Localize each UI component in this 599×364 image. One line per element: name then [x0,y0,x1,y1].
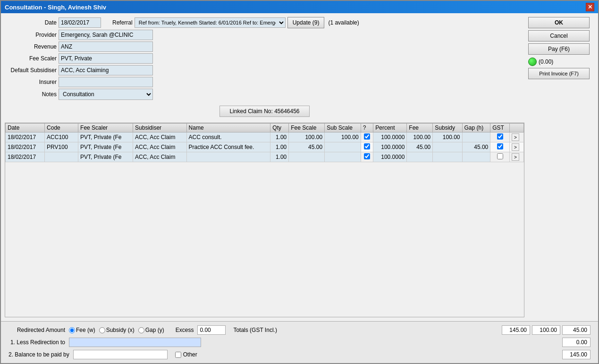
row1-arrow-button[interactable]: > [512,133,519,141]
row2-subsidy[interactable] [433,142,462,152]
gap-radio-label[interactable]: Gap (y) [138,327,164,333]
row1-code[interactable]: ACC100 [45,132,78,142]
notes-select[interactable]: Consultation [59,89,153,100]
row2-gst-input[interactable] [497,143,503,149]
update-button[interactable]: Update (9) [287,17,325,28]
gap-radio-text: Gap (y) [145,327,164,333]
row1-subsidiser[interactable]: ACC, Acc Claim [133,132,187,142]
other-checkbox-row: Other [175,351,197,358]
subsidy-radio[interactable] [99,327,105,333]
balance-input[interactable] [73,350,168,359]
col-date: Date [6,124,45,132]
row2-action[interactable]: > [509,142,523,152]
row3-fee-scale[interactable] [289,152,325,162]
row3-code-input[interactable] [47,154,70,161]
row1-name[interactable]: ACC consult. [186,132,270,142]
subsidy-radio-label[interactable]: Subsidy (x) [99,327,135,333]
row1-qty[interactable]: 1.00 [270,132,289,142]
row3-subsidiser[interactable]: ACC, Acc Claim [133,152,187,162]
footer-row-2: 1. Less Redirection to 0.00 [8,338,591,347]
row3-percent[interactable]: 100.0000 [373,152,407,162]
row2-fee[interactable]: 45.00 [407,142,433,152]
row1-subsidy[interactable]: 100.00 [433,132,462,142]
cancel-button[interactable]: Cancel [528,30,590,41]
pay-button[interactable]: Pay (F6) [528,43,590,55]
row2-percent[interactable]: 100.0000 [373,142,407,152]
col-subsidy: Subsidy [433,124,462,132]
row3-gap-h[interactable] [462,152,490,162]
row1-fee-scale[interactable]: 100.00 [289,132,325,142]
row2-fee-scaler[interactable]: PVT, Private (Fe [78,142,133,152]
row1-date[interactable]: 18/02/2017 [6,132,45,142]
row1-fee-scaler[interactable]: PVT, Private (Fe [78,132,133,142]
table-header-row: Date Code Fee Scaler Subsidiser Name Qty… [6,124,524,132]
row2-sub-scale[interactable] [325,142,361,152]
col-fee-scale: Fee Scale [289,124,325,132]
row1-gap-h[interactable] [462,132,490,142]
fee-scaler-input[interactable] [59,53,153,64]
row3-fee[interactable] [407,152,433,162]
less-redirection-input[interactable] [69,338,201,347]
row1-fee[interactable]: 100.00 [407,132,433,142]
row2-code[interactable]: PRV100 [45,142,78,152]
revenue-label: Revenue [5,43,57,50]
available-text: (1 available) [328,19,359,26]
redirected-amount-label: Redirected Amount [8,327,65,333]
close-button[interactable]: ✕ [586,3,594,11]
row2-fee-scale[interactable]: 45.00 [289,142,325,152]
fee-radio-text: Fee (w) [76,327,95,333]
row1-action[interactable]: > [509,132,523,142]
row3-name[interactable] [186,152,270,162]
row3-check[interactable] [361,152,373,162]
row2-qty[interactable]: 1.00 [270,142,289,152]
row2-name[interactable]: Practice ACC Consult fee. [186,142,270,152]
row2-arrow-button[interactable]: > [512,143,519,151]
row3-qty[interactable]: 1.00 [270,152,289,162]
insurer-input[interactable] [59,77,153,87]
linked-claim-button[interactable]: Linked Claim No: 45646456 [219,106,309,117]
col-check: ? [361,124,373,132]
col-code: Code [45,124,78,132]
row3-arrow-button[interactable]: > [512,153,519,161]
revenue-input[interactable] [59,41,153,52]
col-fee: Fee [407,124,433,132]
row3-subsidy[interactable] [433,152,462,162]
row1-gst[interactable] [490,132,510,142]
row3-action[interactable]: > [509,152,523,162]
fee-radio-label[interactable]: Fee (w) [69,327,95,333]
row3-sub-scale[interactable] [325,152,361,162]
row1-percent[interactable]: 100.0000 [373,132,407,142]
row2-check[interactable] [361,142,373,152]
gap-radio[interactable] [138,327,144,333]
date-input[interactable] [59,17,101,28]
row1-check-input[interactable] [364,133,370,140]
row1-sub-scale[interactable]: 100.00 [325,132,361,142]
row3-gst[interactable] [490,152,510,162]
referral-select[interactable]: Ref from: Truely, Kenneth Started: 6/01/… [135,17,286,28]
other-checkbox[interactable] [175,352,181,358]
row3-check-input[interactable] [364,153,370,159]
excess-input[interactable] [197,325,226,335]
insurer-label: Insurer [5,79,57,85]
table-row: 18/02/2017 ACC100 PVT, Private (Fe ACC, … [6,132,524,142]
subsidy-radio-text: Subsidy (x) [106,327,135,333]
row2-gst[interactable] [490,142,510,152]
right-panel: OK Cancel Pay (F6) (0.00) Print Invoice … [528,17,594,317]
row3-code[interactable] [45,152,78,162]
row3-date[interactable]: 18/02/2017 [6,152,45,162]
ok-button[interactable]: OK [528,17,590,28]
row2-subsidiser[interactable]: ACC, Acc Claim [133,142,187,152]
row1-gst-input[interactable] [497,133,503,140]
default-subsidiser-input[interactable] [59,65,153,75]
row1-check[interactable] [361,132,373,142]
print-invoice-button[interactable]: Print Invoice (F7) [528,68,590,79]
total-3: 45.00 [562,325,591,335]
row2-gap-h[interactable]: 45.00 [462,142,490,152]
row2-check-input[interactable] [364,143,370,149]
fee-radio[interactable] [69,327,75,333]
date-label: Date [5,19,57,26]
row3-gst-input[interactable] [497,153,503,159]
provider-input[interactable] [59,30,153,40]
row2-date[interactable]: 18/02/2017 [6,142,45,152]
row3-fee-scaler[interactable]: PVT, Private (Fe [78,152,133,162]
